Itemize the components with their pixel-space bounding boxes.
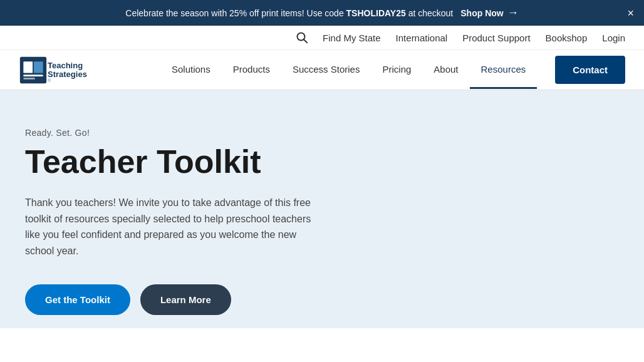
international-link[interactable]: International xyxy=(396,33,448,43)
svg-rect-5 xyxy=(23,75,43,76)
nav-resources[interactable]: Resources xyxy=(470,51,538,89)
arrow-icon: → xyxy=(507,6,519,19)
hero-buttons: Get the Toolkit Learn More xyxy=(25,284,619,315)
promo-code: TSHOLIDAY25 xyxy=(346,8,406,18)
teaching-strategies-logo xyxy=(19,56,48,85)
svg-text:®: ® xyxy=(48,78,51,82)
nav-pricing[interactable]: Pricing xyxy=(371,51,422,89)
get-toolkit-button[interactable]: Get the Toolkit xyxy=(25,284,130,315)
nav-solutions[interactable]: Solutions xyxy=(160,51,222,89)
nav-products[interactable]: Products xyxy=(222,51,281,89)
banner-text: Celebrate the season with 25% off print … xyxy=(125,8,453,18)
hero-description: Thank you teachers! We invite you to tak… xyxy=(25,195,313,259)
bookshop-link[interactable]: Bookshop xyxy=(546,33,588,43)
product-support-link[interactable]: Product Support xyxy=(462,33,530,43)
svg-rect-4 xyxy=(34,61,43,73)
top-navigation: Find My State International Product Supp… xyxy=(0,26,644,50)
find-my-state-link[interactable]: Find My State xyxy=(323,33,381,43)
hero-title: Teacher Toolkit xyxy=(25,144,338,180)
hero-subtitle: Ready. Set. Go! xyxy=(25,128,619,138)
learn-more-button[interactable]: Learn More xyxy=(140,284,231,315)
main-navigation: Teaching Strategies ® Solutions Products… xyxy=(0,50,644,90)
svg-rect-3 xyxy=(23,61,33,73)
svg-line-1 xyxy=(304,39,307,43)
nav-success-stories[interactable]: Success Stories xyxy=(281,51,371,89)
nav-about[interactable]: About xyxy=(422,51,469,89)
close-banner-button[interactable]: × xyxy=(627,8,634,19)
teaching-strategies-wordmark: Teaching Strategies ® xyxy=(48,58,148,82)
svg-text:Teaching: Teaching xyxy=(48,61,83,70)
login-link[interactable]: Login xyxy=(602,33,625,43)
svg-rect-6 xyxy=(23,77,34,79)
contact-button[interactable]: Contact xyxy=(555,56,625,84)
search-button[interactable] xyxy=(296,32,308,43)
svg-text:Strategies: Strategies xyxy=(48,70,87,79)
shop-now-link[interactable]: Shop Now → xyxy=(460,6,518,19)
promo-banner: Celebrate the season with 25% off print … xyxy=(0,0,644,26)
main-nav-links: Solutions Products Success Stories Prici… xyxy=(160,51,555,89)
search-icon xyxy=(296,32,308,43)
hero-section: Ready. Set. Go! Teacher Toolkit Thank yo… xyxy=(0,90,644,328)
logo-link[interactable]: Teaching Strategies ® xyxy=(19,56,148,85)
